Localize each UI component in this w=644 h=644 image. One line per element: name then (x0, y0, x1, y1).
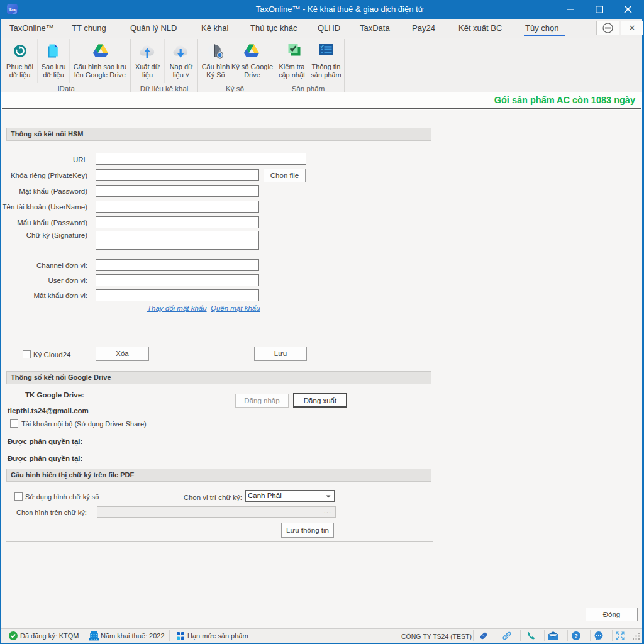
svg-text:?: ? (574, 632, 578, 639)
